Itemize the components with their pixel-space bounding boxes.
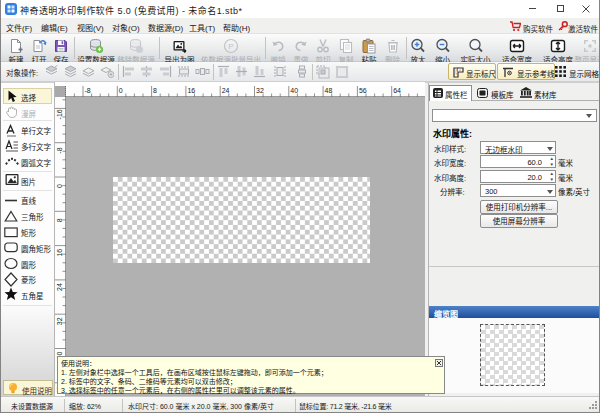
svg-text:64: 64 — [393, 87, 401, 94]
svg-text:8: 8 — [56, 218, 63, 222]
svg-text:16: 16 — [56, 249, 63, 257]
svg-text:40: 40 — [290, 87, 298, 94]
svg-text:0: 0 — [119, 87, 123, 94]
svg-text:32: 32 — [256, 87, 264, 94]
svg-text:0: 0 — [56, 184, 63, 188]
svg-text:-16: -16 — [56, 109, 63, 119]
svg-text:56: 56 — [359, 87, 367, 94]
svg-text:-8: -8 — [56, 147, 63, 153]
svg-text:P: P — [228, 42, 233, 51]
svg-text:-8: -8 — [85, 87, 91, 94]
svg-text:16: 16 — [187, 87, 195, 94]
svg-text:32: 32 — [56, 317, 63, 325]
svg-text:48: 48 — [325, 87, 333, 94]
svg-text:24: 24 — [222, 87, 230, 94]
svg-text:8: 8 — [153, 87, 157, 94]
svg-text:24: 24 — [56, 283, 63, 291]
